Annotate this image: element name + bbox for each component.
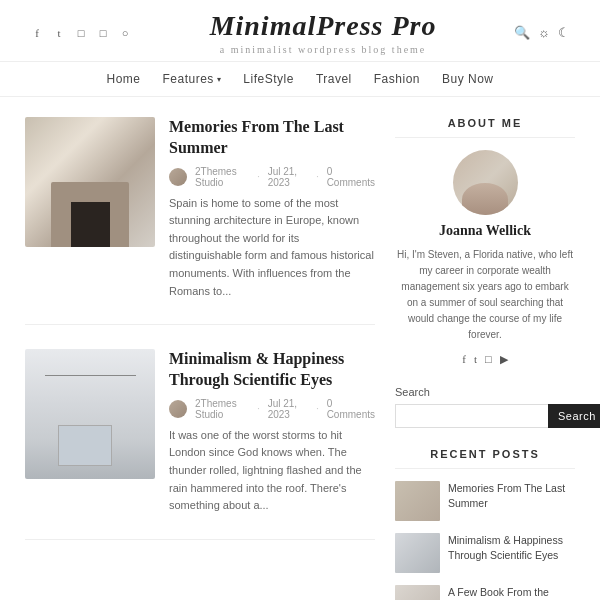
post-content-1: Memories From The Last Summer 2Themes St…	[169, 117, 375, 300]
features-dropdown-arrow: ▾	[217, 75, 222, 84]
recent-post-item: Memories From The Last Summer	[395, 481, 575, 521]
post-card: Memories From The Last Summer 2Themes St…	[25, 117, 375, 325]
nav-buy-now[interactable]: Buy Now	[442, 72, 494, 86]
post-thumb-img-1	[25, 117, 155, 247]
post-meta-1: 2Themes Studio · Jul 21, 2023 · 0 Commen…	[169, 166, 375, 188]
nav-lifestyle[interactable]: LifeStyle	[243, 72, 294, 86]
social-icons: f t □ □ ○	[30, 26, 132, 40]
post-author-1: 2Themes Studio	[195, 166, 249, 188]
nav-travel[interactable]: Travel	[316, 72, 352, 86]
about-me-title: About Me	[395, 117, 575, 138]
recent-post-item: Minimalism & Happiness Through Scientifi…	[395, 533, 575, 573]
post-title-2[interactable]: Minimalism & Happiness Through Scientifi…	[169, 349, 375, 391]
search-input[interactable]	[395, 404, 548, 428]
post-meta-2: 2Themes Studio · Jul 21, 2023 · 0 Commen…	[169, 398, 375, 420]
recent-posts-title: Recent Posts	[395, 448, 575, 469]
post-date-1: Jul 21, 2023	[268, 166, 309, 188]
main-layout: Memories From The Last Summer 2Themes St…	[0, 97, 600, 600]
post-content-2: Minimalism & Happiness Through Scientifi…	[169, 349, 375, 515]
post-thumb-img-2	[25, 349, 155, 479]
recent-post-title-2[interactable]: Minimalism & Happiness Through Scientifi…	[448, 533, 575, 562]
main-nav: Home Features ▾ LifeStyle Travel Fashion…	[0, 62, 600, 97]
about-me-section: About Me Joanna Wellick Hi, I'm Steven, …	[395, 117, 575, 366]
about-instagram-icon[interactable]: □	[485, 353, 492, 366]
about-avatar	[453, 150, 518, 215]
header-icons: 🔍 ☼ ☾	[514, 25, 570, 41]
user-icon[interactable]: ☼	[538, 25, 550, 41]
author-avatar-1	[169, 168, 187, 186]
about-facebook-icon[interactable]: f	[462, 353, 466, 366]
sidebar: About Me Joanna Wellick Hi, I'm Steven, …	[395, 117, 575, 600]
nav-fashion[interactable]: Fashion	[374, 72, 420, 86]
post-comments-1: 0 Comments	[327, 166, 375, 188]
search-section: Search Search	[395, 386, 575, 428]
recent-posts-section: Recent Posts Memories From The Last Summ…	[395, 448, 575, 600]
post-author-2: 2Themes Studio	[195, 398, 249, 420]
instagram-icon[interactable]: □	[74, 26, 88, 40]
nav-features[interactable]: Features ▾	[162, 72, 221, 86]
about-social-icons: f t □ ▶	[395, 353, 575, 366]
site-subtitle: a minimalist wordpress blog theme	[210, 44, 437, 55]
recent-post-title-1[interactable]: Memories From The Last Summer	[448, 481, 575, 510]
rss-icon[interactable]: ○	[118, 26, 132, 40]
site-title: MinimalPress Pro	[210, 10, 437, 42]
site-header: MinimalPress Pro a minimalist wordpress …	[210, 10, 437, 55]
post-date-2: Jul 21, 2023	[268, 398, 309, 420]
search-label: Search	[395, 386, 575, 398]
twitter-icon[interactable]: t	[52, 26, 66, 40]
post-thumbnail-2[interactable]	[25, 349, 155, 479]
search-button[interactable]: Search	[548, 404, 600, 428]
nav-home[interactable]: Home	[106, 72, 140, 86]
recent-thumb-1[interactable]	[395, 481, 440, 521]
recent-post-item: A Few Book From the Minimalists	[395, 585, 575, 600]
recent-thumb-3[interactable]	[395, 585, 440, 600]
post-excerpt-1: Spain is home to some of the most stunni…	[169, 195, 375, 301]
post-card: Minimalism & Happiness Through Scientifi…	[25, 349, 375, 540]
facebook-icon[interactable]: f	[30, 26, 44, 40]
search-box: Search	[395, 404, 575, 428]
about-twitter-icon[interactable]: t	[474, 353, 477, 366]
recent-post-title-3[interactable]: A Few Book From the Minimalists	[448, 585, 575, 600]
post-excerpt-2: It was one of the worst storms to hit Lo…	[169, 427, 375, 515]
youtube-icon[interactable]: □	[96, 26, 110, 40]
author-avatar-2	[169, 400, 187, 418]
about-name: Joanna Wellick	[395, 223, 575, 239]
recent-thumb-2[interactable]	[395, 533, 440, 573]
top-bar: f t □ □ ○ MinimalPress Pro a minimalist …	[0, 0, 600, 62]
posts-column: Memories From The Last Summer 2Themes St…	[25, 117, 375, 600]
dark-mode-icon[interactable]: ☾	[558, 25, 570, 41]
search-icon[interactable]: 🔍	[514, 25, 530, 41]
post-comments-2: 0 Comments	[327, 398, 375, 420]
post-title-1[interactable]: Memories From The Last Summer	[169, 117, 375, 159]
about-youtube-icon[interactable]: ▶	[500, 353, 508, 366]
post-thumbnail-1[interactable]	[25, 117, 155, 247]
about-bio: Hi, I'm Steven, a Florida native, who le…	[395, 247, 575, 343]
